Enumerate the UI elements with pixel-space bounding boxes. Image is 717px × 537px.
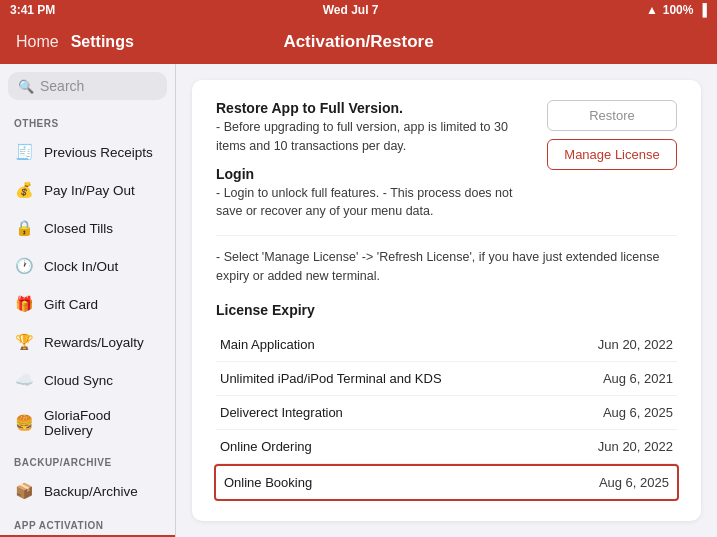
sidebar-item-label: Gift Card: [44, 297, 98, 312]
sidebar-icon-2: 🔒: [14, 218, 34, 238]
sidebar-item-gift-card[interactable]: 🎁Gift Card: [0, 285, 175, 323]
sidebar-icon-0: 📦: [14, 481, 34, 501]
sidebar-icon-0: 🧾: [14, 142, 34, 162]
manage-note: - Select 'Manage License' -> 'Refresh Li…: [216, 235, 677, 286]
sidebar-icon-7: 🍔: [14, 413, 34, 433]
login-title: Login: [216, 166, 527, 182]
sidebar-icon-6: ☁️: [14, 370, 34, 390]
app-header: Home Settings Activation/Restore: [0, 20, 717, 64]
sidebar-item-label: GloriaFood Delivery: [44, 408, 161, 438]
sidebar-item-gloriafood-delivery[interactable]: 🍔GloriaFood Delivery: [0, 399, 175, 447]
license-name: Main Application: [220, 337, 315, 352]
section-label-0: OTHERS: [0, 108, 175, 133]
card-top-section: Restore App to Full Version. - Before up…: [216, 100, 677, 221]
restore-body: - Before upgrading to full version, app …: [216, 118, 527, 156]
sidebar-item-rewards-loyalty[interactable]: 🏆Rewards/Loyalty: [0, 323, 175, 361]
settings-link[interactable]: Settings: [71, 33, 134, 51]
license-list: Main ApplicationJun 20, 2022Unlimited iP…: [216, 328, 677, 501]
sidebar-item-cloud-sync[interactable]: ☁️Cloud Sync: [0, 361, 175, 399]
license-date: Jun 20, 2022: [598, 439, 673, 454]
license-row: Main ApplicationJun 20, 2022: [216, 328, 677, 362]
login-body: - Login to unlock full features. - This …: [216, 184, 527, 222]
card-buttons: Restore Manage License: [547, 100, 677, 170]
search-box[interactable]: 🔍 Search: [8, 72, 167, 100]
search-input[interactable]: Search: [40, 78, 84, 94]
restore-title: Restore App to Full Version.: [216, 100, 527, 116]
sidebar-icon-1: 💰: [14, 180, 34, 200]
sidebar-item-backup-archive[interactable]: 📦Backup/Archive: [0, 472, 175, 510]
battery-icon: ▐: [698, 3, 707, 17]
section-label-2: APP ACTIVATION: [0, 510, 175, 535]
manage-license-button[interactable]: Manage License: [547, 139, 677, 170]
license-date: Jun 20, 2022: [598, 337, 673, 352]
sidebar-item-pay-in-pay-out[interactable]: 💰Pay In/Pay Out: [0, 171, 175, 209]
sidebar-item-label: Rewards/Loyalty: [44, 335, 144, 350]
status-time: 3:41 PM: [10, 3, 55, 17]
restore-button[interactable]: Restore: [547, 100, 677, 131]
sidebar-item-label: Cloud Sync: [44, 373, 113, 388]
sidebar-item-label: Pay In/Pay Out: [44, 183, 135, 198]
license-date: Aug 6, 2025: [603, 405, 673, 420]
home-link[interactable]: Home: [16, 33, 59, 51]
license-date: Aug 6, 2021: [603, 371, 673, 386]
battery-level: 100%: [663, 3, 694, 17]
license-name: Deliverect Integration: [220, 405, 343, 420]
sidebar-item-label: Backup/Archive: [44, 484, 138, 499]
license-row: Unlimited iPad/iPod Terminal and KDSAug …: [216, 362, 677, 396]
sidebar: 🔍 Search OTHERS🧾Previous Receipts💰Pay In…: [0, 64, 176, 537]
card-description: Restore App to Full Version. - Before up…: [216, 100, 547, 221]
sidebar-item-label: Previous Receipts: [44, 145, 153, 160]
sidebar-icon-4: 🎁: [14, 294, 34, 314]
main-content: Restore App to Full Version. - Before up…: [176, 64, 717, 537]
license-row: Deliverect IntegrationAug 6, 2025: [216, 396, 677, 430]
status-bar: 3:41 PM Wed Jul 7 ▲ 100% ▐: [0, 0, 717, 20]
sidebar-item-label: Closed Tills: [44, 221, 113, 236]
license-name: Unlimited iPad/iPod Terminal and KDS: [220, 371, 442, 386]
license-name: Online Booking: [224, 475, 312, 490]
sidebar-item-clock-in-out[interactable]: 🕐Clock In/Out: [0, 247, 175, 285]
sidebar-icon-5: 🏆: [14, 332, 34, 352]
section-label-1: BACKUP/ARCHIVE: [0, 447, 175, 472]
wifi-icon: ▲: [646, 3, 658, 17]
page-title: Activation/Restore: [176, 32, 541, 52]
search-icon: 🔍: [18, 79, 34, 94]
license-row: Online BookingAug 6, 2025: [214, 464, 679, 501]
license-name: Online Ordering: [220, 439, 312, 454]
sidebar-icon-3: 🕐: [14, 256, 34, 276]
license-date: Aug 6, 2025: [599, 475, 669, 490]
license-row: Online OrderingJun 20, 2022: [216, 430, 677, 464]
license-title: License Expiry: [216, 302, 677, 318]
status-day: Wed Jul 7: [323, 3, 379, 17]
sidebar-item-label: Clock In/Out: [44, 259, 118, 274]
activation-card: Restore App to Full Version. - Before up…: [192, 80, 701, 521]
sidebar-item-previous-receipts[interactable]: 🧾Previous Receipts: [0, 133, 175, 171]
main-layout: 🔍 Search OTHERS🧾Previous Receipts💰Pay In…: [0, 64, 717, 537]
sidebar-item-closed-tills[interactable]: 🔒Closed Tills: [0, 209, 175, 247]
